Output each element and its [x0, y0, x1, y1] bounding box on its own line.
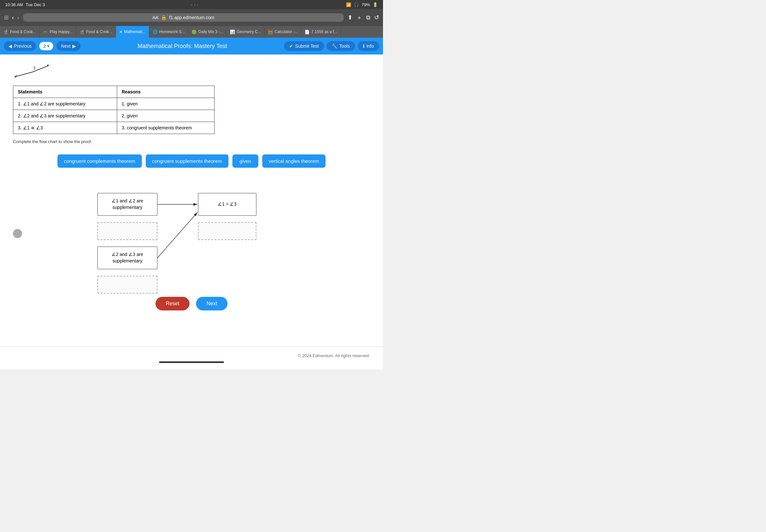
tab-icon-food1: 🍴 [3, 30, 8, 34]
toolbar-right: ✔ Submit Test 🔧 Tools ℹ Info [284, 41, 379, 51]
rsn-1: 1. given [117, 98, 214, 110]
previous-label: Previous [14, 43, 31, 49]
tabs-bar: 🍴 Food & Cook... 🎮 Play Happy... 🍴 Food … [0, 26, 383, 38]
svg-text:3: 3 [33, 66, 35, 70]
tab-icon-math: ✕ [119, 30, 123, 34]
status-left: 10:36 AM Tue Dec 3 [5, 2, 45, 7]
toolbar-left: ◀ Previous 2 ▾ Next ▶ [4, 41, 80, 51]
tab-food-cook-2[interactable]: 🍴 Food & Cook... [76, 26, 116, 38]
nav-icons: ⊞ ‹ › [4, 14, 19, 21]
tab-mathematics[interactable]: ✕ Mathemati... [116, 26, 149, 38]
next-label-bottom: Next [206, 301, 217, 306]
flowbox-angle13-text: ∠1 = ∠3 [218, 201, 237, 208]
table-row: 2. ∠2 and ∠3 are supplementary 2. given [13, 110, 214, 122]
flowbox-angle12: ∠1 and ∠2 are supplementary [97, 193, 157, 216]
tile-given[interactable]: given [232, 154, 258, 168]
tab-play-happy[interactable]: 🎮 Play Happy... [40, 26, 76, 38]
tab-icon-calc: 🧮 [268, 30, 273, 34]
url-display: f1.app.edmentum.com [169, 15, 214, 20]
rsn-3: 3. congruent supplements theorem [117, 122, 214, 134]
tab-homework[interactable]: 🌐 Homework S... [149, 26, 188, 38]
tab-icon-geo: 📊 [230, 30, 235, 34]
footer: © 2024 Edmentum. All rights reserved. [0, 346, 383, 369]
bottom-buttons: Reset Next [13, 297, 370, 310]
tab-label-daily-mix: Daily Mix 3 -... [198, 30, 223, 34]
table-row: 3. ∠1 ≅ ∠3 3. congruent supplements theo… [13, 122, 214, 134]
tab-label-hw: Homework S... [159, 30, 185, 34]
angle-svg: 3 [13, 62, 52, 79]
url-right-icons: ⬆ ＋ ⧉ ↺ [347, 14, 379, 21]
tile-congruent-supplements[interactable]: congruent supplements theorem [146, 154, 228, 168]
date-display: Tue Dec 3 [26, 2, 45, 7]
flowbox-angle23: ∠2 and ∠3 are supplementary [97, 247, 157, 269]
battery-display: 79% [361, 2, 370, 7]
tile-vertical-angles[interactable]: vertical angles theorem [262, 154, 325, 168]
answer-tiles: congruent complements theorem congruent … [13, 154, 370, 168]
chevron-down-icon: ▾ [47, 43, 49, 49]
copyright-text: © 2024 Edmentum. All rights reserved. [298, 353, 370, 358]
tabs-overview-icon[interactable]: ⧉ [366, 14, 370, 21]
angle-diagram: 3 [13, 62, 370, 80]
status-dots: ··· [191, 1, 200, 8]
info-label: Info [366, 43, 374, 49]
tile-congruent-complements[interactable]: congruent complements theorem [57, 154, 141, 168]
sidebar-toggle-icon[interactable]: ⊞ [4, 14, 9, 21]
home-indicator [159, 361, 224, 363]
refresh-icon[interactable]: ↺ [374, 14, 379, 21]
text-size-label: AA [152, 15, 159, 20]
forward-icon[interactable]: › [17, 14, 19, 21]
question-number[interactable]: 2 ▾ [39, 42, 53, 50]
tab-label-math: Mathemati... [124, 30, 146, 34]
url-input-wrap[interactable]: AA 🔒 f1.app.edmentum.com [23, 13, 344, 22]
toolbar-title: Mathematical Proofs: Mastery Test [80, 43, 284, 50]
question-num-value: 2 [43, 43, 46, 49]
new-tab-icon[interactable]: ＋ [356, 14, 362, 21]
next-button-bottom[interactable]: Next [196, 297, 227, 310]
wifi-icon: 📶 [346, 2, 351, 7]
wrench-icon: 🔧 [332, 43, 337, 49]
reset-button[interactable]: Reset [155, 297, 190, 310]
tab-geometry[interactable]: 📊 Geometry C... [226, 26, 264, 38]
status-right: 📶 🎧 79% 🔋 [346, 2, 378, 7]
previous-button[interactable]: ◀ Previous [4, 41, 36, 51]
tab-7156[interactable]: 📄 7.1556 as a f... [301, 26, 340, 38]
tab-label-food1: Food & Cook... [10, 30, 36, 34]
left-arrow-icon: ◀ [8, 43, 12, 49]
tools-button[interactable]: 🔧 Tools [326, 41, 355, 51]
stmt-3: 3. ∠1 ≅ ∠3 [13, 122, 117, 134]
submit-test-label: Submit Test [295, 43, 319, 49]
col-statements-header: Statements [13, 86, 117, 98]
col-reasons-header: Reasons [117, 86, 214, 98]
tile-label-1: congruent complements theorem [64, 158, 135, 164]
stmt-2: 2. ∠2 and ∠3 are supplementary [13, 110, 117, 122]
submit-test-button[interactable]: ✔ Submit Test [284, 41, 324, 51]
tools-label: Tools [339, 43, 350, 49]
right-arrow-icon-top: ▶ [72, 43, 76, 49]
lock-icon: 🔒 [161, 15, 166, 20]
tile-label-4: vertical angles theorem [269, 158, 319, 164]
tab-food-cook-1[interactable]: 🍴 Food & Cook... [0, 26, 40, 38]
status-bar: 10:36 AM Tue Dec 3 ··· 📶 🎧 79% 🔋 [0, 0, 383, 9]
info-icon: ℹ [363, 43, 364, 49]
tab-label-play: Play Happy... [50, 30, 72, 34]
tab-icon-play: 🎮 [43, 30, 48, 34]
svg-line-7 [157, 212, 197, 258]
stmt-1: 1. ∠1 and ∠2 are supplementary [13, 98, 117, 110]
flowbox-dashed3[interactable] [97, 276, 157, 294]
tab-calculator[interactable]: 🧮 Calculator -... [264, 26, 301, 38]
url-bar: ⊞ ‹ › AA 🔒 f1.app.edmentum.com ⬆ ＋ ⧉ ↺ [0, 9, 383, 26]
next-button-top[interactable]: Next ▶ [56, 41, 80, 51]
checkmark-icon: ✔ [289, 43, 293, 49]
flowbox-dashed2[interactable] [198, 222, 256, 240]
main-content: 3 Statements Reasons 1. ∠1 and ∠2 are su… [0, 54, 383, 346]
info-button[interactable]: ℹ Info [358, 41, 379, 51]
headphones-icon: 🎧 [354, 2, 359, 7]
tab-label-7156: 7.1556 as a f... [311, 30, 337, 34]
back-icon[interactable]: ‹ [12, 14, 14, 21]
share-icon[interactable]: ⬆ [347, 14, 352, 21]
tile-label-2: congruent supplements theorem [152, 158, 222, 164]
tab-daily-mix[interactable]: 🟢 Daily Mix 3 -... [188, 26, 226, 38]
flowbox-angle12-text: ∠1 and ∠2 are supplementary [101, 198, 154, 211]
flowbox-dashed1[interactable] [97, 222, 157, 240]
tab-icon-food2: 🍴 [79, 30, 85, 34]
